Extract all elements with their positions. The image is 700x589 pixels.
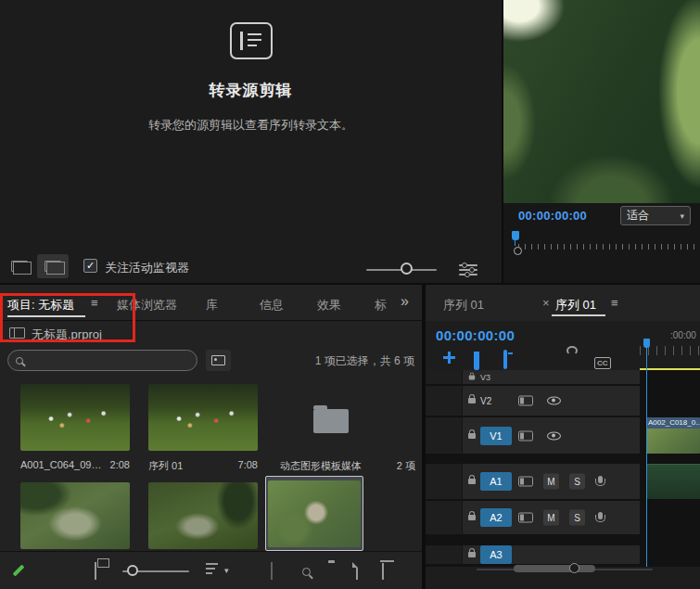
- panel-menu-icon[interactable]: ≡: [611, 296, 618, 310]
- track-target-a2[interactable]: A2: [480, 508, 512, 527]
- source-patch-column[interactable]: [426, 464, 463, 499]
- selected-clip-cell[interactable]: [265, 476, 363, 551]
- source-patch-column[interactable]: [426, 545, 463, 564]
- video-preview-frame[interactable]: [503, 0, 700, 203]
- solo-button[interactable]: S: [569, 510, 585, 526]
- track-target-a1[interactable]: A1: [480, 472, 512, 491]
- item-duration: 7:08: [238, 459, 258, 473]
- tab-effects[interactable]: 效果: [317, 297, 341, 314]
- trash-icon: [382, 563, 384, 580]
- split-monitor-icon: [45, 261, 61, 272]
- tab-libraries[interactable]: 库: [206, 297, 218, 314]
- monitor-playhead[interactable]: [512, 231, 519, 240]
- scrollbar-zoom-knob[interactable]: [569, 563, 579, 573]
- sync-lock-icon[interactable]: [518, 513, 533, 523]
- search-box[interactable]: [7, 350, 197, 371]
- mic-icon[interactable]: [598, 512, 603, 519]
- timeline-settings-button[interactable]: [566, 352, 569, 368]
- project-toolbar: ▾: [0, 551, 422, 589]
- lock-icon[interactable]: [468, 398, 476, 403]
- audio-clip-a002[interactable]: [646, 464, 700, 499]
- tab-project[interactable]: 项目: 无标题: [7, 297, 74, 314]
- tab-info[interactable]: 信息: [260, 297, 284, 314]
- zoom-level-value: 适合: [627, 208, 649, 224]
- mute-button[interactable]: M: [543, 510, 559, 526]
- source-patch-column[interactable]: [426, 370, 463, 384]
- captions-button[interactable]: CC: [594, 352, 611, 369]
- lock-icon[interactable]: [469, 375, 475, 379]
- thumbnail-zoom-slider-knob[interactable]: [127, 565, 138, 576]
- project-file-name[interactable]: 无标题.prproj: [32, 327, 102, 343]
- source-patch-column[interactable]: [426, 501, 463, 534]
- mic-icon[interactable]: [598, 476, 603, 483]
- zoom-level-select[interactable]: 适合 ▾: [620, 206, 691, 225]
- monitor-timecode[interactable]: 00:00:00:00: [518, 209, 587, 223]
- lock-icon[interactable]: [468, 433, 476, 439]
- track-name-v2[interactable]: V2: [480, 396, 491, 406]
- eye-icon[interactable]: [547, 397, 561, 405]
- settings-sliders-icon[interactable]: [459, 262, 477, 276]
- source-patch-column[interactable]: [426, 386, 463, 416]
- active-monitor-button[interactable]: [37, 254, 69, 278]
- new-item-icon: [356, 562, 358, 580]
- follow-active-monitor-checkbox[interactable]: ✓: [83, 259, 97, 273]
- tab-sequence-1[interactable]: 序列 01: [443, 297, 484, 314]
- find-button[interactable]: [302, 563, 311, 580]
- tab-overflow-icon[interactable]: »: [401, 293, 409, 310]
- linked-selection-button[interactable]: [503, 352, 507, 368]
- item-label-a001: A001_C064_09224... 2:08: [20, 459, 130, 470]
- track-name-v3[interactable]: V3: [480, 373, 490, 382]
- playhead-line[interactable]: [646, 348, 647, 567]
- timeline-ruler[interactable]: [640, 346, 700, 355]
- program-monitor-panel: 00:00:00:00 适合 ▾: [503, 0, 700, 283]
- tab-media-browser[interactable]: 媒体浏览器: [117, 297, 177, 314]
- lock-icon[interactable]: [468, 479, 476, 484]
- tab-markers-partial[interactable]: 标: [375, 297, 387, 314]
- delete-button[interactable]: [382, 563, 384, 580]
- folder-icon[interactable]: [313, 409, 349, 433]
- clip-thumbnail-ruins-1[interactable]: [20, 482, 130, 549]
- sequence-thumbnail-01[interactable]: [148, 384, 258, 451]
- filter-bin-content-button[interactable]: [206, 350, 231, 371]
- playhead-marker[interactable]: [643, 339, 650, 348]
- close-icon[interactable]: ×: [542, 296, 550, 310]
- clip-thumbnail-ruins-2[interactable]: [148, 482, 258, 549]
- eye-icon[interactable]: [547, 431, 561, 440]
- active-tab-underline: [552, 314, 605, 316]
- new-item-button[interactable]: [356, 563, 358, 580]
- dual-monitor-icon: [11, 261, 28, 272]
- mute-button[interactable]: M: [543, 474, 559, 490]
- clip-thumbnail-ruins-selected[interactable]: [268, 480, 361, 547]
- sync-lock-icon[interactable]: [518, 430, 533, 441]
- search-input[interactable]: [29, 354, 177, 367]
- sort-button[interactable]: [206, 563, 218, 577]
- lock-icon[interactable]: [468, 515, 476, 520]
- timeline-timecode[interactable]: 00:00:00:00: [436, 327, 515, 343]
- text-zoom-slider-knob[interactable]: [401, 262, 413, 275]
- check-icon: ✓: [84, 260, 96, 272]
- tab-sequence-2[interactable]: 序列 01: [555, 297, 596, 314]
- lock-icon[interactable]: [468, 552, 476, 557]
- monitor-scrub-ticks[interactable]: [518, 244, 694, 250]
- video-clip-a002[interactable]: A002_C018_0...: [646, 417, 700, 454]
- item-name: 序列 01: [148, 459, 183, 473]
- nest-icon: [443, 352, 455, 364]
- film-icon: [271, 562, 273, 580]
- panel-menu-icon[interactable]: ≡: [91, 296, 98, 310]
- freeform-view-button[interactable]: [95, 563, 96, 580]
- automate-to-sequence-button[interactable]: [271, 563, 273, 580]
- clip-thumbnail-a001[interactable]: [20, 384, 130, 451]
- source-patch-column[interactable]: [426, 417, 463, 454]
- track-row-a3: A3: [426, 545, 640, 564]
- sort-chevron-icon[interactable]: ▾: [224, 566, 229, 575]
- horizontal-scrollbar-handle[interactable]: [514, 565, 595, 572]
- snap-button[interactable]: [474, 352, 479, 368]
- comparison-view-button[interactable]: [4, 254, 35, 278]
- chevron-down-icon: ▾: [680, 211, 684, 221]
- monitor-zoom-handle[interactable]: [514, 247, 522, 255]
- track-target-v1[interactable]: V1: [480, 427, 512, 445]
- solo-button[interactable]: S: [569, 474, 585, 490]
- track-target-a3[interactable]: A3: [480, 545, 512, 564]
- sync-lock-icon[interactable]: [518, 396, 533, 406]
- sync-lock-icon[interactable]: [518, 477, 533, 487]
